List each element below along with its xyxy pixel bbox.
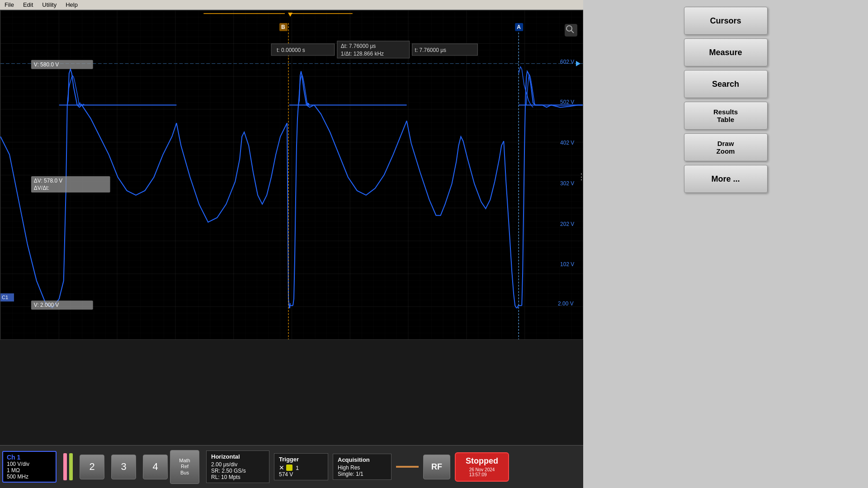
draw-zoom-button[interactable]: Draw Zoom bbox=[684, 133, 768, 161]
svg-text:Δt:   7.76000 μs: Δt: 7.76000 μs bbox=[341, 43, 376, 49]
trigger-channel-indicator bbox=[286, 465, 292, 471]
svg-text:V:  2.000 V: V: 2.000 V bbox=[34, 302, 59, 308]
ch1-bandwidth: 500 MHz bbox=[7, 474, 52, 480]
stopped-button[interactable]: Stopped 26 Nov 2024 13:57:09 bbox=[455, 452, 509, 482]
measure-button[interactable]: Measure bbox=[684, 38, 768, 66]
trigger-mode-symbol: ✕ bbox=[279, 464, 284, 471]
horizontal-title: Horizontal bbox=[211, 453, 264, 460]
horizontal-info[interactable]: Horizontal 2.00 μs/div SR: 2.50 GS/s RL:… bbox=[206, 450, 269, 483]
channel-4-button[interactable]: 4 bbox=[143, 455, 168, 479]
acquisition-info[interactable]: Acquisition High Res Single: 1/1 bbox=[333, 454, 392, 480]
date-display: 26 Nov 2024 13:57:09 bbox=[469, 467, 495, 477]
svg-text:C1: C1 bbox=[2, 295, 8, 300]
channel-3-button[interactable]: 3 bbox=[111, 455, 136, 479]
trigger-info[interactable]: Trigger ✕ 1 574 V bbox=[274, 453, 328, 480]
channel-2-button[interactable]: 2 bbox=[80, 455, 104, 479]
svg-text:102 V: 102 V bbox=[560, 261, 574, 267]
svg-rect-2 bbox=[0, 10, 583, 339]
waveform-svg: C1 B A ⋮ V: 580.0 V ΔV: 578.0 V ΔV/Δt: V… bbox=[0, 10, 583, 339]
horizontal-sr: SR: 2.50 GS/s bbox=[211, 468, 264, 474]
cursors-button[interactable]: Cursors bbox=[684, 7, 768, 35]
ch1-info[interactable]: Ch 1 100 V/div 1 MΩ 500 MHz bbox=[2, 451, 57, 483]
menu-help[interactable]: Help bbox=[66, 1, 78, 8]
svg-text:ΔV:    578.0 V: ΔV: 578.0 V bbox=[34, 178, 62, 184]
svg-text:602 V: 602 V bbox=[560, 59, 574, 65]
svg-text:ΔV/Δt:: ΔV/Δt: bbox=[34, 185, 49, 191]
menu-utility[interactable]: Utility bbox=[42, 1, 57, 8]
right-panel: Cursors Measure Search Results Table Dra… bbox=[583, 0, 868, 488]
svg-text:V:  580.0 V: V: 580.0 V bbox=[34, 61, 59, 68]
ch1-vdiv: 100 V/div bbox=[7, 461, 52, 467]
svg-text:t:    0.00000 s: t: 0.00000 s bbox=[277, 47, 305, 53]
acquisition-mode: High Res bbox=[338, 465, 387, 471]
menu-edit[interactable]: Edit bbox=[23, 1, 33, 8]
math-ref-bus-button[interactable]: Math Ref Bus bbox=[170, 450, 199, 484]
menu-file[interactable]: File bbox=[5, 1, 14, 8]
horizontal-timebase: 2.00 μs/div bbox=[211, 461, 264, 468]
svg-text:⋮: ⋮ bbox=[577, 172, 583, 181]
svg-text:302 V: 302 V bbox=[560, 180, 574, 187]
svg-text:t:    7.76000 μs: t: 7.76000 μs bbox=[415, 47, 447, 53]
scope-display: C1 B A ⋮ V: 580.0 V ΔV: 578.0 V ΔV/Δt: V… bbox=[0, 10, 583, 340]
acquisition-single: Single: 1/1 bbox=[338, 471, 387, 477]
svg-text:2.00 V: 2.00 V bbox=[558, 300, 574, 307]
trigger-channel: 1 bbox=[296, 465, 299, 471]
svg-text:1/Δt: 128.866 kHz: 1/Δt: 128.866 kHz bbox=[341, 51, 384, 57]
svg-text:502 V: 502 V bbox=[560, 99, 574, 105]
acquisition-title: Acquisition bbox=[338, 456, 387, 463]
ch1-impedance: 1 MΩ bbox=[7, 467, 52, 474]
svg-text:202 V: 202 V bbox=[560, 221, 574, 227]
rf-button[interactable]: RF bbox=[423, 455, 450, 479]
svg-text:B: B bbox=[281, 24, 285, 30]
menu-bar: File Edit Utility Help bbox=[0, 0, 583, 10]
svg-text:402 V: 402 V bbox=[560, 140, 574, 146]
ch1-name: Ch 1 bbox=[7, 454, 52, 461]
trigger-title: Trigger bbox=[279, 456, 323, 463]
bottom-bar: Ch 1 100 V/div 1 MΩ 500 MHz 2 3 4 Math R… bbox=[0, 445, 583, 488]
svg-text:A: A bbox=[517, 24, 521, 30]
trigger-level: 574 V bbox=[279, 471, 323, 478]
search-button[interactable]: Search bbox=[684, 70, 768, 98]
horizontal-rl: RL: 10 Mpts bbox=[211, 474, 264, 480]
more-button[interactable]: More ... bbox=[684, 165, 768, 193]
results-table-button[interactable]: Results Table bbox=[684, 102, 768, 130]
stopped-label: Stopped bbox=[466, 456, 498, 466]
